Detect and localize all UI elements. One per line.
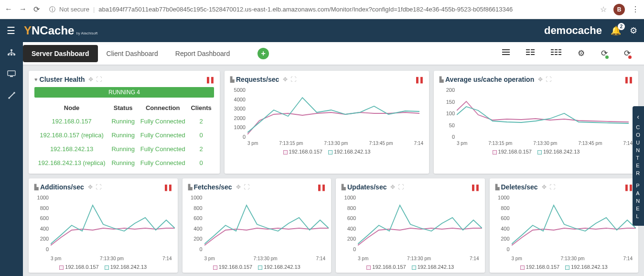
profile-avatar[interactable]: B [613,4,625,15]
widget-avg: ▙Average us/cache operation ✥⛶ ❚❚ 200150… [434,71,638,174]
pause-icon[interactable]: ❚❚ [205,76,214,83]
bell-badge: 2 [618,23,625,30]
widget-additions: ▙Additions/sec ✥⛶ ❚❚ 10008006004002000 3… [29,178,178,273]
tab-report[interactable]: Report Dashboard [167,45,238,62]
url-text: aba1694f77a5011eab77b0e0845c195c-1528470… [98,6,513,13]
pause-icon[interactable]: ❚❚ [471,184,479,191]
app-header: ☰ YNCache by Alachisoft democache 🔔2 ⚙ [0,19,644,42]
chart-icon: ▙ [342,184,345,190]
svg-point-19 [8,54,10,55]
settings-icon[interactable]: ⚙ [578,48,585,58]
secure-label: Not secure [59,6,89,13]
pin-icon[interactable]: ✥ [88,184,93,190]
expand-icon[interactable]: ⛶ [96,184,101,190]
widget-cluster-health: ♥Cluster Health ✥⛶ ❚❚ RUNNING 4 Node Sta… [29,71,220,174]
back-icon[interactable]: ← [5,5,12,14]
reload-icon[interactable]: ⟳ [33,5,40,14]
chart-fetches [204,195,329,252]
svg-rect-3 [526,49,530,50]
menu-icon[interactable]: ⋮ [632,5,639,14]
svg-rect-16 [555,54,558,55]
widget-deletes: ▙Deletes/sec ✥⛶ ❚❚ 10008006004002000 3 p… [490,178,639,273]
expand-icon[interactable]: ⛶ [546,76,551,83]
svg-rect-13 [555,52,558,53]
layout-2col-icon[interactable] [526,48,535,58]
pause-icon[interactable]: ❚❚ [624,76,633,83]
svg-rect-9 [551,49,554,50]
expand-icon[interactable]: ⛶ [96,76,102,83]
svg-point-18 [11,49,12,51]
chart-icon: ▙ [495,184,499,190]
pin-icon[interactable]: ✥ [236,184,241,190]
expand-icon[interactable]: ⛶ [549,184,555,190]
svg-rect-23 [10,76,13,77]
sidebar-cluster-icon[interactable] [7,49,16,59]
table-row: 192.168.242.13RunningFully Connected2 [34,142,214,156]
svg-rect-12 [551,52,554,53]
widget-requests: ▙Requests/sec ✥⛶ ❚❚ 50004000300020001000… [225,71,429,174]
gear-icon[interactable]: ⚙ [630,25,637,36]
sidebar-tools-icon[interactable] [8,91,16,102]
forward-icon[interactable]: → [19,5,27,14]
dashboard-content: ♥Cluster Health ✥⛶ ❚❚ RUNNING 4 Node Sta… [23,65,644,276]
svg-rect-17 [558,54,561,55]
url-bar[interactable]: ⓘ Not secure | aba1694f77a5011eab77b0e08… [45,5,594,14]
star-icon[interactable]: ☆ [600,5,607,14]
svg-point-25 [13,92,15,94]
table-row: 192.168.0.157RunningFully Connected2 [34,114,214,128]
hamburger-icon[interactable]: ☰ [7,25,15,36]
refresh-stop-icon[interactable]: ⟳ [624,48,631,58]
svg-rect-8 [531,54,535,55]
svg-rect-10 [555,49,558,50]
chart-requests [247,87,419,140]
chart-icon: ▙ [188,184,192,190]
expand-icon[interactable]: ⛶ [244,184,249,190]
pause-icon[interactable]: ❚❚ [415,76,423,83]
chart-additions [51,195,175,252]
svg-rect-15 [551,54,554,55]
brand-logo[interactable]: YNCache by Alachisoft [24,24,97,37]
expand-icon[interactable]: ⛶ [398,184,404,190]
bell-icon[interactable]: 🔔2 [611,25,621,36]
pin-icon[interactable]: ✥ [390,184,395,190]
counter-panel-label: COUNTER PANEL [636,124,641,219]
svg-rect-5 [526,52,530,53]
expand-icon[interactable]: ⛶ [290,76,296,83]
dashboard-tabs: Server Dashboard Client Dashboard Report… [0,42,644,65]
svg-rect-11 [558,49,561,50]
svg-rect-22 [8,71,15,76]
pin-icon[interactable]: ✥ [88,76,93,83]
widget-fetches: ▙Fetches/sec ✥⛶ ❚❚ 10008006004002000 3 p… [182,178,332,273]
svg-rect-2 [502,54,510,55]
widget-updates: ▙Updates/sec ✥⛶ ❚❚ 10008006004002000 3 p… [336,178,485,273]
cache-name: democache [544,24,602,37]
chart-icon: ▙ [230,77,234,83]
running-banner: RUNNING 4 [34,87,214,98]
pause-icon[interactable]: ❚❚ [163,184,172,191]
layout-3col-icon[interactable] [551,48,561,58]
svg-rect-1 [502,52,510,53]
pause-icon[interactable]: ❚❚ [317,184,325,191]
chart-deletes [512,195,636,252]
tab-client[interactable]: Client Dashboard [98,45,167,62]
pause-icon[interactable]: ❚❚ [624,184,633,191]
svg-point-24 [8,97,10,99]
chevron-left-icon: ‹ [637,113,640,121]
tab-server[interactable]: Server Dashboard [23,45,98,62]
sidebar-monitor-icon[interactable] [7,70,16,80]
chart-updates [358,195,482,252]
cluster-table: Node Status Connection Clients 192.168.0… [34,101,214,170]
pin-icon[interactable]: ✥ [542,184,547,190]
table-row: 192.168.0.157 (replica)RunningFully Conn… [34,128,214,142]
counter-panel-toggle[interactable]: ‹ COUNTER PANEL [633,106,644,226]
pin-icon[interactable]: ✥ [283,76,288,83]
svg-rect-4 [531,49,535,50]
add-dashboard-button[interactable]: + [258,48,269,59]
pin-icon[interactable]: ✥ [538,76,543,83]
browser-chrome: ← → ⟳ ⓘ Not secure | aba1694f77a5011eab7… [0,0,644,19]
table-row: 192.168.242.13 (replica)RunningFully Con… [34,156,214,170]
layout-1col-icon[interactable] [502,48,510,58]
svg-rect-14 [558,52,561,53]
refresh-auto-icon[interactable]: ⟳ [601,48,608,58]
svg-rect-6 [531,52,535,53]
